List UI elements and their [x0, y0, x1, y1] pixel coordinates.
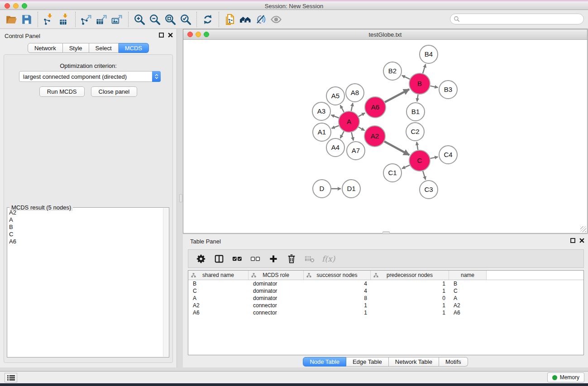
- graph-node[interactable]: B1: [406, 103, 425, 121]
- close-panel-button[interactable]: Close panel: [91, 86, 138, 97]
- desktop-edge-bottom: [0, 383, 588, 386]
- export-network-button[interactable]: [79, 12, 94, 27]
- panel-divider-handle-vertical[interactable]: [179, 194, 182, 202]
- list-item[interactable]: B: [9, 224, 162, 231]
- zoom-selected-button[interactable]: [178, 12, 193, 27]
- tab-style[interactable]: Style: [63, 43, 89, 53]
- sitemap-icon: [306, 273, 311, 278]
- table-cell: 1: [371, 310, 449, 316]
- result-scrollbar[interactable]: [163, 208, 168, 357]
- tab-motifs[interactable]: Motifs: [439, 357, 468, 367]
- network-from-selection-button[interactable]: [222, 12, 238, 27]
- graph-node[interactable]: D: [313, 180, 331, 198]
- graph-node[interactable]: A4: [326, 138, 344, 157]
- refresh-view-button[interactable]: [200, 12, 215, 27]
- graph-node[interactable]: B4: [420, 45, 438, 63]
- import-table-button[interactable]: [57, 12, 72, 27]
- network-canvas[interactable]: B4B2BB3A8A5A6A3B1AA1C2A2A4A7C4CC1DD1C3: [183, 40, 587, 233]
- graph-node[interactable]: C3: [420, 181, 438, 199]
- graph-node[interactable]: A1: [313, 123, 331, 141]
- table-row[interactable]: Cdominator41C: [188, 287, 583, 295]
- select-all-columns-button[interactable]: [231, 253, 243, 265]
- tab-network[interactable]: Network: [28, 43, 63, 53]
- graph-node[interactable]: A2: [364, 126, 385, 147]
- close-panel-icon[interactable]: [579, 238, 584, 243]
- graph-node[interactable]: A5: [326, 87, 344, 105]
- tab-mcds[interactable]: MCDS: [119, 43, 149, 53]
- column-header-shared-name[interactable]: shared name: [188, 271, 249, 280]
- run-mcds-button[interactable]: Run MCDS: [39, 86, 85, 97]
- graph-node-label: B1: [411, 108, 420, 115]
- graph-edge: [417, 142, 418, 150]
- graph-node[interactable]: C1: [383, 164, 402, 182]
- open-folder-icon: [5, 14, 17, 25]
- zoom-fit-button[interactable]: [163, 12, 178, 27]
- column-header-name[interactable]: name: [449, 271, 487, 280]
- table-row[interactable]: A2connector11A2: [188, 302, 583, 309]
- panel-divider-handle-horizontal[interactable]: [382, 231, 390, 234]
- function-builder-button[interactable]: f(x): [322, 253, 335, 265]
- close-panel-icon[interactable]: [168, 33, 173, 38]
- memory-status-button[interactable]: Memory: [547, 372, 584, 382]
- graph-node[interactable]: A6: [365, 97, 386, 118]
- search-icon: [454, 16, 460, 22]
- create-column-button[interactable]: [268, 253, 279, 265]
- list-item[interactable]: C: [9, 231, 162, 238]
- graph-node[interactable]: C: [409, 150, 430, 171]
- unselect-all-columns-button[interactable]: [249, 253, 261, 265]
- graph-node[interactable]: A7: [347, 142, 365, 160]
- search-input[interactable]: [460, 14, 583, 24]
- graph-node-label: B: [417, 80, 422, 87]
- table-row[interactable]: Bdominator41B: [188, 280, 583, 287]
- mcds-result-box: MCDS result (5 nodes) A2ABCA6: [7, 207, 169, 357]
- graph-node[interactable]: C4: [439, 146, 457, 164]
- float-panel-icon[interactable]: [159, 33, 164, 38]
- tab-node-table[interactable]: Node Table: [303, 357, 346, 367]
- double-home-icon: [239, 14, 251, 25]
- tab-select[interactable]: Select: [89, 43, 119, 53]
- show-column-button[interactable]: [213, 253, 225, 265]
- open-session-button[interactable]: [4, 12, 19, 27]
- graph-edge: [430, 157, 438, 159]
- float-panel-icon[interactable]: [570, 238, 575, 243]
- graph-node[interactable]: B2: [383, 62, 402, 80]
- table-cell: A: [449, 295, 487, 301]
- list-item[interactable]: A6: [9, 238, 162, 245]
- export-table-button[interactable]: [94, 12, 110, 27]
- tab-edge-table[interactable]: Edge Table: [346, 357, 389, 367]
- table-cell: A2: [449, 302, 487, 309]
- zoom-in-button[interactable]: [132, 12, 147, 27]
- app-titlebar: Session: New Session: [0, 1, 588, 10]
- hide-details-button[interactable]: [253, 12, 268, 27]
- graph-node[interactable]: B: [409, 73, 430, 94]
- graph-node[interactable]: D1: [342, 180, 360, 198]
- column-header-mcds-role[interactable]: MCDS role: [249, 271, 304, 280]
- table-cell: A: [188, 295, 249, 301]
- delete-columns-button[interactable]: [286, 253, 297, 265]
- task-history-button[interactable]: [5, 373, 17, 382]
- table-row[interactable]: Adominator80A: [188, 295, 583, 302]
- tab-network-table[interactable]: Network Table: [389, 357, 439, 367]
- export-image-button[interactable]: [110, 12, 125, 27]
- import-network-button[interactable]: [41, 12, 57, 27]
- column-header-successor-nodes[interactable]: successor nodes: [304, 271, 371, 280]
- column-header-predecessor-nodes[interactable]: predecessor nodes: [371, 271, 449, 280]
- show-view-button[interactable]: [268, 12, 284, 27]
- save-session-button[interactable]: [19, 12, 34, 27]
- mcds-result-list: A2ABCA6: [9, 209, 162, 356]
- window-resize-grip[interactable]: [580, 226, 586, 232]
- delete-table-button[interactable]: [304, 253, 316, 265]
- graph-node[interactable]: B3: [439, 81, 457, 99]
- list-item[interactable]: A: [9, 216, 162, 224]
- graph-node[interactable]: A: [339, 111, 359, 132]
- cybrowser-home-button[interactable]: [238, 12, 253, 27]
- list-item[interactable]: A2: [9, 209, 162, 216]
- graph-node[interactable]: C2: [406, 123, 424, 141]
- table-row[interactable]: A6connector11A6: [188, 309, 583, 316]
- graph-node[interactable]: A8: [346, 84, 364, 102]
- criterion-select[interactable]: largest connected component (directed): [19, 71, 161, 82]
- table-mode-button[interactable]: [195, 253, 207, 265]
- graph-node[interactable]: A3: [312, 102, 330, 120]
- table-cell: connector: [249, 302, 304, 309]
- zoom-out-button[interactable]: [147, 12, 163, 27]
